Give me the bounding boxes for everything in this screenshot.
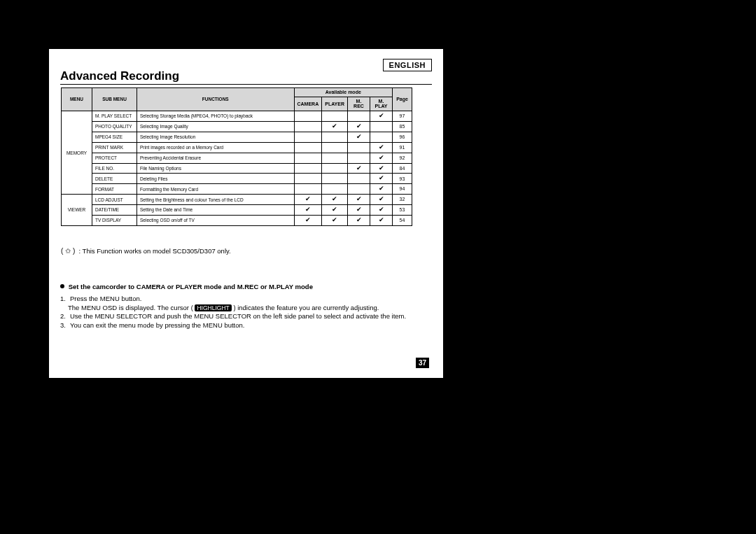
submenu-cell: LCD ADJUST (92, 195, 137, 205)
submenu-cell: MPEG4 SIZE (92, 132, 137, 142)
highlight-badge: HIGHLIGHT (195, 304, 231, 311)
mode-cell: ✔ (370, 195, 393, 205)
page-ref-cell: 54 (393, 215, 412, 225)
bullet-icon (60, 284, 64, 288)
step1a-text: Press the MENU button. (70, 295, 141, 302)
submenu-cell: TV DISPLAY (92, 215, 137, 225)
footnote-symbol: ( ✩ ) (61, 247, 75, 255)
page-ref-cell: 32 (393, 195, 412, 205)
mode-cell: ✔ (370, 205, 393, 216)
mode-cell: ✔ (370, 174, 393, 184)
instruction-header-text: Set the camcorder to CAMERA or PLAYER mo… (69, 283, 313, 290)
function-cell: Deleting Files (137, 174, 295, 184)
mode-cell (370, 121, 393, 132)
mode-cell: ✔ (294, 205, 322, 216)
mode-cell (348, 174, 370, 184)
function-cell: Formatting the Memory Card (137, 184, 295, 195)
page-ref-cell: 53 (393, 205, 412, 216)
mode-cell (348, 184, 370, 195)
page-ref-cell: 85 (393, 121, 412, 132)
submenu-cell: PHOTO QUALITY (92, 121, 137, 132)
mode-cell: ✔ (348, 132, 370, 142)
mode-cell: ✔ (370, 153, 393, 163)
mode-cell (322, 153, 348, 163)
mode-cell: ✔ (370, 163, 393, 174)
footnote: ( ✩ ) : This Function works on model SCD… (61, 247, 231, 255)
mode-cell (294, 174, 322, 184)
mode-cell: ✔ (370, 142, 393, 153)
th-available-mode: Available mode (294, 88, 393, 97)
mode-cell: ✔ (322, 121, 348, 132)
mode-cell (322, 163, 348, 174)
instructions-block: Set the camcorder to CAMERA or PLAYER mo… (68, 283, 432, 330)
step2-text: Use the MENU SELECTOR and push the MENU … (70, 312, 406, 320)
mode-cell (294, 163, 322, 174)
function-cell: Setting the Date and Time (137, 205, 295, 216)
page-ref-cell: 84 (393, 163, 412, 174)
submenu-cell: PROTECT (92, 153, 137, 163)
table-row: MEMORYM. PLAY SELECTSelecting Storage Me… (62, 111, 412, 122)
function-table: MENU SUB MENU FUNCTIONS Available mode P… (61, 87, 412, 226)
page-ref-cell: 97 (393, 111, 412, 122)
table-body: MEMORYM. PLAY SELECTSelecting Storage Me… (62, 111, 412, 226)
mode-cell: ✔ (322, 205, 348, 216)
mode-cell: ✔ (348, 205, 370, 216)
function-cell: Selecting Image Resolution (137, 132, 295, 142)
mode-cell (322, 142, 348, 153)
mode-cell (294, 142, 322, 153)
table-row: DATE/TIMESetting the Date and Time✔✔✔✔53 (62, 205, 412, 216)
mode-cell: ✔ (348, 195, 370, 205)
table-row: PRINT MARKPrint images recorded on a Mem… (62, 142, 412, 153)
function-cell: Selecting Image Quality (137, 121, 295, 132)
submenu-cell: DATE/TIME (92, 205, 137, 216)
submenu-cell: FILE NO. (92, 163, 137, 174)
mode-cell (370, 132, 393, 142)
page-ref-cell: 93 (393, 174, 412, 184)
mode-cell: ✔ (348, 163, 370, 174)
function-cell: Selecting Storage Media (MPEG4, PHOTO) t… (137, 111, 295, 122)
submenu-cell: M. PLAY SELECT (92, 111, 137, 122)
function-table-container: MENU SUB MENU FUNCTIONS Available mode P… (61, 87, 412, 226)
table-row: TV DISPLAYSelecting OSD on/off of TV✔✔✔✔… (62, 215, 412, 225)
mode-cell: ✔ (370, 184, 393, 195)
function-cell: Print images recorded on a Memory Card (137, 142, 295, 153)
table-row: FORMATFormatting the Memory Card✔94 (62, 184, 412, 195)
submenu-cell: FORMAT (92, 184, 137, 195)
function-cell: File Naming Options (137, 163, 295, 174)
page-number: 37 (416, 358, 429, 368)
mode-cell (294, 111, 322, 122)
language-badge: ENGLISH (383, 59, 432, 71)
th-functions: FUNCTIONS (137, 88, 295, 111)
th-mrec: M. REC (348, 97, 370, 111)
footnote-text: : This Function works on model SCD305/D3… (79, 247, 231, 255)
page-ref-cell: 94 (393, 184, 412, 195)
instruction-header: Set the camcorder to CAMERA or PLAYER mo… (60, 283, 432, 292)
title-rule (60, 84, 432, 85)
th-mplay: M. PLAY (370, 97, 393, 111)
mode-cell: ✔ (322, 195, 348, 205)
mode-cell: ✔ (294, 195, 322, 205)
step3-text: You can exit the menu mode by pressing t… (70, 321, 244, 329)
step1b-text: The MENU OSD is displayed. The cursor ( (68, 304, 193, 311)
mode-cell (348, 111, 370, 122)
mode-cell: ✔ (370, 111, 393, 122)
step-2: 2.Use the MENU SELECTOR and push the MEN… (68, 312, 432, 321)
mode-cell (348, 142, 370, 153)
th-menu: MENU (62, 88, 92, 111)
page-ref-cell: 96 (393, 132, 412, 142)
step-1: 1.Press the MENU button. The MENU OSD is… (68, 295, 432, 313)
mode-cell (294, 132, 322, 142)
table-row: DELETEDeleting Files✔93 (62, 174, 412, 184)
mode-cell (294, 184, 322, 195)
table-row: MPEG4 SIZESelecting Image Resolution✔96 (62, 132, 412, 142)
table-row: FILE NO.File Naming Options✔✔84 (62, 163, 412, 174)
page-ref-cell: 92 (393, 153, 412, 163)
page-title: Advanced Recording (60, 69, 179, 83)
submenu-cell: DELETE (92, 174, 137, 184)
step1c-text: ) indicates the feature you are currentl… (233, 304, 379, 311)
th-camera: CAMERA (294, 97, 322, 111)
step-3: 3.You can exit the menu mode by pressing… (68, 321, 432, 330)
mode-cell: ✔ (370, 215, 393, 225)
mode-cell (322, 132, 348, 142)
mode-cell: ✔ (348, 121, 370, 132)
